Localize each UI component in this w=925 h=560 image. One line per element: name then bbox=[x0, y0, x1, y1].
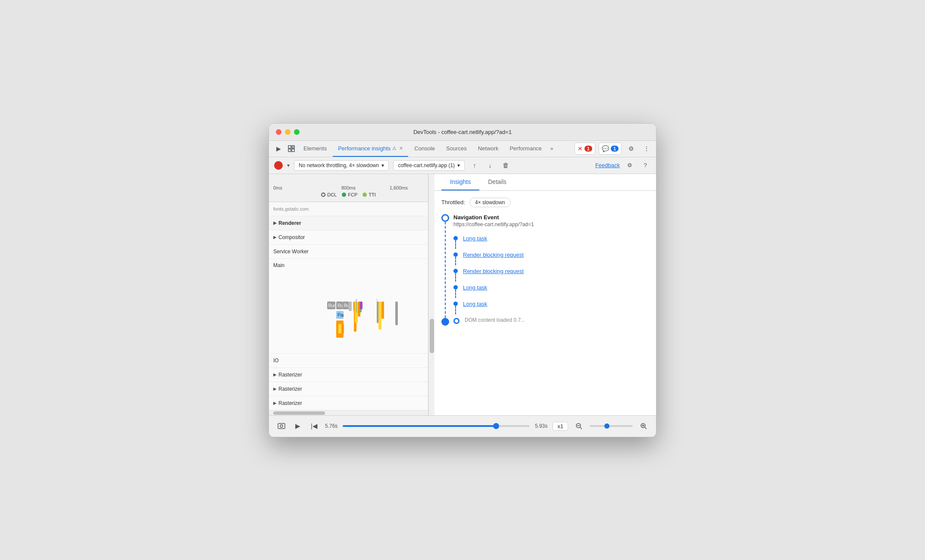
throttle-dropdown[interactable]: No network throttling, 4× slowdown ▾ bbox=[294, 160, 389, 171]
insight-dot-col-5 bbox=[453, 300, 458, 314]
feedback-link[interactable]: Feedback bbox=[595, 162, 620, 168]
tab-details[interactable]: Details bbox=[479, 174, 515, 190]
tab-elements[interactable]: Elements bbox=[298, 140, 332, 157]
more-options-icon[interactable]: ⋮ bbox=[641, 143, 653, 155]
speed-badge[interactable]: x1 bbox=[553, 422, 568, 431]
h-scrollbar-thumb[interactable] bbox=[273, 411, 325, 415]
h-scrollbar[interactable] bbox=[269, 410, 428, 415]
tab-network[interactable]: Network bbox=[473, 140, 504, 157]
zoom-out-icon[interactable] bbox=[573, 420, 584, 432]
tab-console[interactable]: Console bbox=[409, 140, 440, 157]
track-content-compositor[interactable] bbox=[325, 230, 428, 244]
track-row-main: Main Run... Ru... Ru... Par... bbox=[269, 259, 428, 354]
track-label-rasterizer-1: ▶ Rasterizer bbox=[269, 372, 325, 378]
record-button[interactable] bbox=[274, 161, 283, 170]
task-run-1[interactable]: Run... bbox=[327, 302, 335, 309]
nav-circle-bottom bbox=[441, 318, 449, 326]
renderer-expand-icon[interactable]: ▶ bbox=[273, 221, 277, 225]
cursor-icon[interactable]: ▶ bbox=[272, 143, 284, 155]
tab-bar: ▶ Elements Performance insights ⚠ ✕ Cons… bbox=[269, 141, 656, 157]
svg-line-10 bbox=[645, 427, 647, 429]
delete-icon[interactable]: 🗑 bbox=[500, 160, 511, 171]
insight-link-long-task-2[interactable]: Long task bbox=[463, 283, 487, 296]
maximize-button[interactable] bbox=[294, 129, 300, 135]
insight-link-render-blocking-1[interactable]: Render blocking request bbox=[463, 251, 524, 264]
mark-800ms: 800ms bbox=[323, 185, 373, 190]
insight-link-render-blocking-2[interactable]: Render blocking request bbox=[463, 267, 524, 280]
error-count: 1 bbox=[584, 146, 592, 152]
track-label-rasterizer-2: ▶ Rasterizer bbox=[269, 386, 325, 392]
nav-circle-top bbox=[441, 214, 449, 222]
track-label-io: IO bbox=[269, 358, 325, 364]
track-content-rasterizer-1[interactable] bbox=[325, 368, 428, 382]
track-label-renderer: ▶ Renderer bbox=[269, 220, 325, 226]
task-run-3[interactable]: Ru... bbox=[343, 302, 349, 309]
error-badge[interactable]: ✕ 1 bbox=[575, 143, 595, 155]
progress-track[interactable] bbox=[343, 425, 530, 427]
target-dropdown[interactable]: coffee-cart.netlify.app (1) ▾ bbox=[393, 160, 465, 171]
close-button[interactable] bbox=[276, 129, 281, 135]
progress-fill bbox=[343, 425, 496, 427]
task-orange-2[interactable] bbox=[341, 324, 344, 333]
track-content-io[interactable] bbox=[325, 354, 428, 367]
svg-rect-2 bbox=[288, 149, 291, 152]
settings-icon[interactable]: ⚙ bbox=[625, 143, 637, 155]
tab-performance-insights[interactable]: Performance insights ⚠ ✕ bbox=[333, 140, 408, 157]
task-mid-2[interactable] bbox=[355, 302, 358, 323]
bottom-bar: ▶ |◀ 5.76s 5.93s x1 bbox=[269, 415, 656, 437]
record-dropdown-button[interactable]: ▾ bbox=[287, 162, 290, 168]
zoom-track[interactable] bbox=[590, 425, 633, 427]
message-badge[interactable]: 💬 1 bbox=[599, 143, 622, 155]
start-time: 5.76s bbox=[325, 423, 338, 429]
settings-gear-icon[interactable]: ⚙ bbox=[624, 160, 635, 171]
first-frame-icon[interactable]: |◀ bbox=[309, 420, 320, 432]
tab-close-icon[interactable]: ✕ bbox=[399, 146, 403, 151]
compositor-expand-icon[interactable]: ▶ bbox=[273, 235, 277, 240]
track-row-compositor: ▶ Compositor bbox=[269, 230, 428, 245]
more-tabs-button[interactable]: » bbox=[548, 146, 556, 152]
track-content-renderer[interactable] bbox=[325, 216, 428, 230]
help-icon[interactable]: ? bbox=[640, 160, 651, 171]
screenshot-icon[interactable] bbox=[276, 420, 287, 432]
rasterizer-2-expand-icon[interactable]: ▶ bbox=[273, 386, 277, 391]
task-gray-1[interactable] bbox=[349, 302, 352, 311]
task-right-2[interactable] bbox=[378, 302, 381, 330]
track-label-main: Main bbox=[269, 259, 325, 268]
insight-dot-col-3 bbox=[453, 267, 458, 282]
v-scrollbar[interactable] bbox=[428, 174, 434, 415]
track-content-main[interactable]: Run... Ru... Ru... Par... bbox=[325, 299, 428, 313]
tab-insights[interactable]: Insights bbox=[441, 174, 479, 190]
inspect-icon[interactable] bbox=[285, 143, 297, 155]
minimize-button[interactable] bbox=[285, 129, 291, 135]
track-row-rasterizer-1: ▶ Rasterizer bbox=[269, 368, 428, 382]
track-row-rasterizer-2: ▶ Rasterizer bbox=[269, 382, 428, 396]
progress-thumb[interactable] bbox=[493, 423, 499, 429]
download-icon[interactable]: ↓ bbox=[484, 160, 496, 171]
tab-sources[interactable]: Sources bbox=[441, 140, 472, 157]
task-run-2[interactable]: Ru... bbox=[336, 302, 342, 309]
track-content-service-worker[interactable] bbox=[325, 245, 428, 258]
task-right-3[interactable] bbox=[381, 302, 384, 319]
tab-performance[interactable]: Performance bbox=[504, 140, 547, 157]
task-parse[interactable]: Par... bbox=[336, 311, 344, 319]
insight-link-long-task-1[interactable]: Long task bbox=[463, 234, 487, 247]
track-content-rasterizer-2[interactable] bbox=[325, 382, 428, 396]
insight-link-long-task-3[interactable]: Long task bbox=[463, 300, 487, 313]
track-content-rasterizer-3[interactable] bbox=[325, 396, 428, 410]
play-icon[interactable]: ▶ bbox=[292, 420, 303, 432]
nav-timeline-col bbox=[441, 214, 449, 326]
fcp-marker: FCP bbox=[342, 192, 357, 197]
throttle-badge: 4× slowdown bbox=[469, 198, 511, 207]
rasterizer-1-expand-icon[interactable]: ▶ bbox=[273, 372, 277, 377]
upload-icon[interactable]: ↑ bbox=[469, 160, 480, 171]
insight-item-long-task-3: Long task bbox=[453, 300, 649, 314]
task-far-1[interactable] bbox=[395, 302, 398, 325]
rasterizer-3-expand-icon[interactable]: ▶ bbox=[273, 401, 277, 405]
task-mid-5[interactable] bbox=[360, 302, 362, 309]
task-yellow-1[interactable] bbox=[338, 324, 341, 333]
track-content-fonts[interactable] bbox=[325, 202, 428, 216]
zoom-in-icon[interactable] bbox=[638, 420, 649, 432]
v-scrollbar-thumb[interactable] bbox=[430, 319, 434, 353]
window-controls bbox=[276, 129, 300, 135]
zoom-thumb[interactable] bbox=[604, 423, 609, 429]
